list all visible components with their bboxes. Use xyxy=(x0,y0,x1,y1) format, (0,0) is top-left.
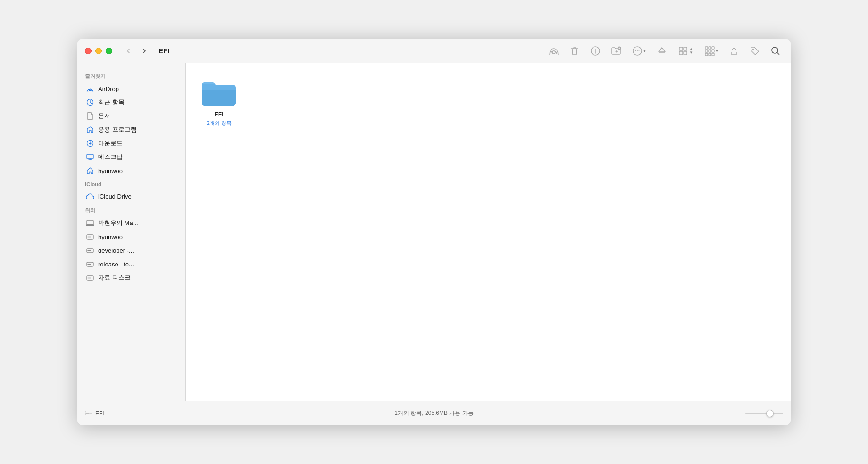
window-title: EFI xyxy=(159,47,169,55)
view-options-chevron: ▾ xyxy=(716,48,718,53)
icloud-sidebar-icon xyxy=(86,192,94,200)
search-button[interactable] xyxy=(768,43,783,58)
sidebar-desktop-label: 데스크탑 xyxy=(98,153,123,161)
eject-button[interactable] xyxy=(654,43,669,58)
titlebar: EFI xyxy=(77,39,791,63)
svg-rect-9 xyxy=(684,47,687,50)
view-options-button[interactable]: ▾ xyxy=(701,44,721,58)
sidebar-item-hyunwoo-drive[interactable]: hyunwoo xyxy=(80,230,183,243)
statusbar-info: 1개의 항목, 205.6MB 사용 가능 xyxy=(394,409,473,417)
hdd-hyunwoo-icon xyxy=(86,232,94,241)
sidebar-hyunwoo-drive-label: hyunwoo xyxy=(98,233,123,240)
back-button[interactable] xyxy=(122,44,135,58)
info-button[interactable] xyxy=(588,43,603,58)
tag-icon xyxy=(750,46,760,56)
statusbar-drive-icon xyxy=(85,409,92,417)
svg-rect-11 xyxy=(684,51,687,55)
locations-section-label: 위치 xyxy=(77,203,185,216)
sidebar-item-airdrop[interactable]: AirDrop xyxy=(80,82,183,95)
sidebar-developer-label: developer -... xyxy=(98,247,134,254)
svg-rect-15 xyxy=(705,50,708,52)
svg-point-35 xyxy=(92,278,92,279)
sidebar-item-documents[interactable]: 문서 xyxy=(80,109,183,123)
airdrop-sidebar-icon xyxy=(86,84,94,93)
sidebar-item-release[interactable]: release - te... xyxy=(80,257,183,271)
sidebar-item-home[interactable]: hyunwoo xyxy=(80,164,183,177)
svg-rect-26 xyxy=(87,154,93,159)
svg-point-7 xyxy=(639,50,640,51)
sidebar-item-developer[interactable]: developer -... xyxy=(80,244,183,257)
minimize-button[interactable] xyxy=(95,48,102,54)
sidebar-item-icloud-drive[interactable]: iCloud Drive xyxy=(80,190,183,203)
grid-small-icon xyxy=(704,46,715,56)
folder-icon-efi xyxy=(200,76,238,108)
svg-rect-27 xyxy=(87,220,93,225)
file-grid: EFI 2개의 항목 xyxy=(195,73,781,391)
view-toggle-button[interactable]: ▲ ▼ xyxy=(675,44,696,58)
sidebar-icloud-drive-label: iCloud Drive xyxy=(98,193,132,200)
more-button[interactable]: ▾ xyxy=(629,44,649,58)
svg-rect-20 xyxy=(712,53,714,56)
sidebar-item-mac[interactable]: 박현우의 Ma... xyxy=(80,216,183,230)
tag-button[interactable] xyxy=(747,43,762,58)
airdrop-button[interactable] xyxy=(546,43,561,58)
svg-rect-13 xyxy=(709,47,711,49)
sidebar-item-applications[interactable]: 응용 프로그램 xyxy=(80,123,183,136)
svg-rect-19 xyxy=(709,53,711,56)
toolbar-actions: ▾ ▲ ▼ xyxy=(546,43,783,58)
desktop-sidebar-icon xyxy=(86,153,94,161)
file-area: EFI 2개의 항목 xyxy=(186,63,791,401)
sidebar-home-label: hyunwoo xyxy=(98,167,123,174)
delete-button[interactable] xyxy=(567,43,582,58)
search-icon xyxy=(770,46,781,56)
svg-point-29 xyxy=(92,237,92,238)
slider-track[interactable] xyxy=(745,413,783,414)
hdd-developer-icon xyxy=(86,246,94,255)
sidebar-mac-label: 박현우의 Ma... xyxy=(98,219,138,227)
svg-rect-10 xyxy=(679,51,683,55)
trash-icon xyxy=(570,46,579,56)
sidebar-release-label: release - te... xyxy=(98,261,134,268)
hdd-release-icon xyxy=(86,260,94,268)
forward-button[interactable] xyxy=(138,44,151,58)
downloads-sidebar-icon xyxy=(86,139,94,148)
folder-item-efi[interactable]: EFI 2개의 항목 xyxy=(195,73,242,391)
info-icon xyxy=(590,46,601,56)
sidebar-downloads-label: 다운로드 xyxy=(98,139,123,148)
svg-point-6 xyxy=(637,50,638,51)
documents-sidebar-icon xyxy=(86,112,94,120)
folder-name: EFI xyxy=(215,111,224,119)
sidebar-airdrop-label: AirDrop xyxy=(98,85,119,92)
sidebar-item-recents[interactable]: 최근 항목 xyxy=(80,96,183,109)
chevron-right-icon xyxy=(141,47,148,55)
svg-rect-12 xyxy=(705,47,708,49)
svg-rect-8 xyxy=(679,47,683,50)
eject-icon xyxy=(657,46,667,56)
new-folder-button[interactable] xyxy=(609,43,624,58)
grid-icon xyxy=(678,46,688,56)
sidebar-item-downloads[interactable]: 다운로드 xyxy=(80,137,183,150)
close-button[interactable] xyxy=(85,48,92,54)
chevron-left-icon xyxy=(125,47,132,55)
share-button[interactable] xyxy=(726,43,742,58)
svg-point-21 xyxy=(752,49,754,50)
svg-point-5 xyxy=(635,50,636,51)
slider-thumb[interactable] xyxy=(766,410,774,417)
icloud-section-label: iCloud xyxy=(77,178,185,189)
maximize-button[interactable] xyxy=(106,48,112,54)
traffic-lights xyxy=(85,48,112,54)
nav-buttons xyxy=(122,44,151,58)
favorites-section-label: 즐겨찾기 xyxy=(77,69,185,82)
sidebar-item-desktop[interactable]: 데스크탑 xyxy=(80,150,183,164)
applications-sidebar-icon xyxy=(86,125,94,134)
folder-count: 2개의 항목 xyxy=(206,120,231,127)
sidebar: 즐겨찾기 AirDrop xyxy=(77,63,186,401)
sidebar-item-data-disk[interactable]: 자료 디스크 xyxy=(80,271,183,284)
svg-point-37 xyxy=(91,413,92,414)
svg-rect-17 xyxy=(712,50,714,52)
finder-window: EFI xyxy=(77,39,791,425)
content-area: 즐겨찾기 AirDrop xyxy=(77,63,791,401)
statusbar-path: EFI xyxy=(85,409,104,417)
airdrop-icon xyxy=(549,46,559,56)
statusbar: EFI 1개의 항목, 205.6MB 사용 가능 xyxy=(77,401,791,425)
